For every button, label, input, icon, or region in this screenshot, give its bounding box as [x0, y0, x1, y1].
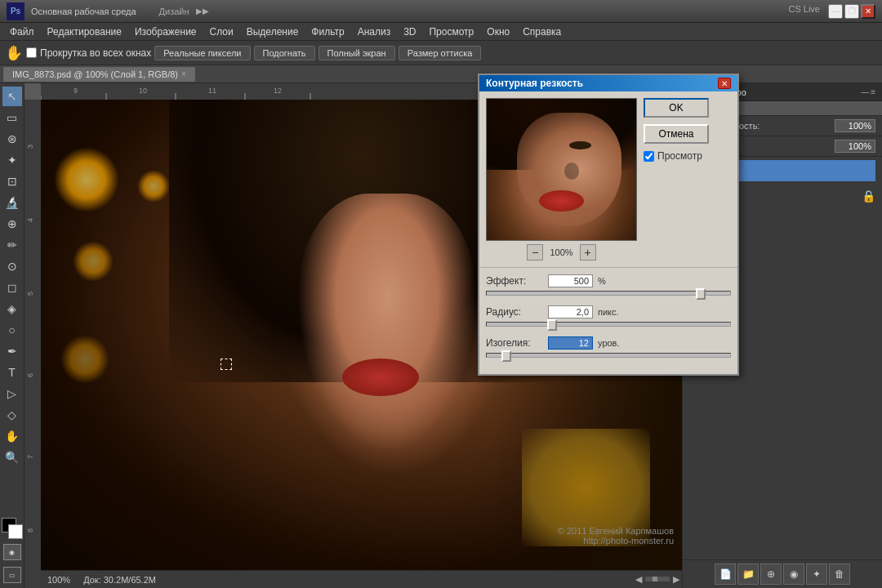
quick-mask-button[interactable]: ◉	[3, 544, 21, 560]
scroll-all-windows-checkbox[interactable]	[26, 47, 37, 58]
tool-healing[interactable]: ⊕	[2, 214, 22, 234]
new-layer-btn[interactable]: 📄	[715, 564, 736, 585]
cslive-label: CS Live	[788, 4, 820, 19]
delete-layer-btn[interactable]: 🗑	[829, 564, 850, 585]
zoom-in-button[interactable]: +	[580, 244, 596, 261]
doc-info: Док: 30.2М/65.2М	[83, 575, 156, 585]
menu-analysis[interactable]: Анализ	[351, 24, 398, 39]
preview-image[interactable]	[486, 98, 637, 241]
fit-button[interactable]: Подогнать	[254, 46, 315, 60]
tool-gradient[interactable]: ◈	[2, 299, 22, 318]
tool-hand[interactable]: ✋	[2, 426, 22, 446]
tool-eyedropper[interactable]: 🔬	[2, 193, 22, 212]
tool-brush[interactable]: ✏	[2, 235, 22, 255]
tool-crop[interactable]: ⊡	[2, 172, 22, 191]
radius-unit: пикс.	[598, 307, 619, 317]
isogelia-slider-track[interactable]	[486, 353, 731, 358]
radius-slider-track[interactable]	[486, 322, 731, 327]
tool-zoom[interactable]: 🔍	[2, 448, 22, 467]
isogelia-label: Изогелия:	[486, 337, 543, 349]
scroll-left-btn[interactable]: ◀	[635, 574, 642, 585]
status-bar: 100% Док: 30.2М/65.2М ◀ ▶	[41, 570, 682, 588]
light-spot-1	[54, 147, 119, 212]
menu-view[interactable]: Просмотр	[422, 24, 480, 39]
screen-mode-button[interactable]: ▭	[3, 567, 21, 583]
tools-panel: ↖ ▭ ⊛ ✦ ⊡ 🔬 ⊕ ✏ ⊙ ◻ ◈ ○ ✒ T ▷ ◇ ✋ 🔍 ◉ ▭	[0, 83, 24, 588]
radius-input[interactable]	[548, 305, 593, 318]
tool-clone[interactable]: ⊙	[2, 256, 22, 276]
close-button[interactable]: ✕	[861, 4, 875, 19]
radius-label: Радиус:	[486, 306, 543, 318]
lock-icon: 🔒	[862, 189, 875, 203]
radius-slider-handle[interactable]	[547, 319, 557, 331]
menubar: Файл Редактирование Изображение Слои Выд…	[0, 23, 882, 41]
watermark: © 2011 Евгений Карпмашов http://photo-mo…	[558, 526, 674, 546]
tool-pen[interactable]: ✒	[2, 341, 22, 361]
tool-select-rect[interactable]: ▭	[2, 108, 22, 127]
effect-label: Эффект:	[486, 275, 543, 287]
isogelia-slider-row: Изогелия: уров.	[486, 336, 731, 358]
dialog-close-button[interactable]: ✕	[718, 78, 731, 89]
tab-close-icon[interactable]: ×	[181, 69, 186, 78]
cancel-button[interactable]: Отмена	[644, 124, 709, 144]
tool-lasso[interactable]: ⊛	[2, 129, 22, 149]
tool-eraser[interactable]: ◻	[2, 278, 22, 297]
tool-shape[interactable]: ◇	[2, 405, 22, 425]
workspace-label: Основная рабочая среда	[31, 7, 136, 16]
ok-button[interactable]: OK	[644, 98, 709, 118]
effect-input[interactable]	[548, 274, 593, 287]
tool-magic-wand[interactable]: ✦	[2, 150, 22, 170]
menu-layers[interactable]: Слои	[203, 24, 240, 39]
menu-window[interactable]: Окно	[480, 24, 516, 39]
tool-move[interactable]: ↖	[2, 87, 22, 106]
preview-checkbox[interactable]	[644, 151, 654, 162]
expand-icon: ▶▶	[196, 7, 209, 16]
menu-3d[interactable]: 3D	[397, 24, 422, 39]
effect-slider-row: Эффект: %	[486, 274, 731, 296]
svg-text:5: 5	[26, 292, 34, 296]
titlebar-controls: CS Live — ❐ ✕	[788, 4, 875, 19]
svg-text:9: 9	[74, 87, 78, 95]
scroll-right-btn[interactable]: ▶	[673, 574, 679, 585]
menu-edit[interactable]: Редактирование	[41, 24, 128, 39]
opacity-input[interactable]	[835, 119, 875, 132]
svg-text:6: 6	[26, 373, 34, 377]
face-skin	[297, 194, 477, 452]
effect-slider-handle[interactable]	[696, 288, 706, 300]
mask-btn[interactable]: ◉	[783, 564, 804, 585]
panel-menu-btn[interactable]: ≡	[871, 87, 875, 96]
adjust-layer-btn[interactable]: ⊕	[760, 564, 782, 585]
document-tab[interactable]: IMG_8873.psd @ 100% (Слой 1, RGB/8) ×	[3, 67, 195, 82]
minimize-button[interactable]: —	[828, 4, 843, 19]
tool-path-select[interactable]: ▷	[2, 384, 22, 403]
restore-button[interactable]: ❐	[844, 4, 859, 19]
isogelia-input[interactable]	[548, 336, 593, 350]
light-spot-4	[137, 170, 170, 203]
actual-pixels-button[interactable]: Реальные пиксели	[154, 46, 250, 60]
panel-collapse-btn[interactable]: —	[861, 87, 869, 96]
tool-type[interactable]: T	[2, 363, 22, 382]
fullscreen-button[interactable]: Полный экран	[318, 46, 395, 60]
scroll-all-label: Прокрутка во всех окнах	[40, 47, 151, 59]
fill-input[interactable]	[835, 140, 875, 153]
isogelia-slider-handle[interactable]	[501, 350, 511, 362]
tool-dodge[interactable]: ○	[2, 320, 22, 340]
style-btn[interactable]: ✦	[806, 564, 827, 585]
effect-slider-track[interactable]	[486, 291, 731, 296]
background-color-swatch[interactable]	[8, 524, 23, 539]
zoom-out-button[interactable]: −	[527, 244, 543, 261]
tab-label: IMG_8873.psd @ 100% (Слой 1, RGB/8)	[12, 69, 178, 79]
menu-image[interactable]: Изображение	[128, 24, 203, 39]
zoom-level: 100%	[47, 575, 70, 585]
svg-text:10: 10	[139, 87, 147, 95]
group-layer-btn[interactable]: 📁	[737, 564, 759, 585]
dialog-titlebar: Контурная резкость ✕	[479, 75, 737, 91]
print-size-button[interactable]: Размер оттиска	[399, 46, 482, 60]
effect-label-row: Эффект: %	[486, 274, 731, 287]
menu-select[interactable]: Выделение	[240, 24, 305, 39]
scroll-thumb[interactable]	[645, 577, 670, 581]
menu-filter[interactable]: Фильтр	[305, 24, 350, 39]
preview-checkbox-label: Просмотр	[657, 150, 702, 162]
menu-file[interactable]: Файл	[3, 24, 41, 39]
menu-help[interactable]: Справка	[516, 24, 568, 39]
